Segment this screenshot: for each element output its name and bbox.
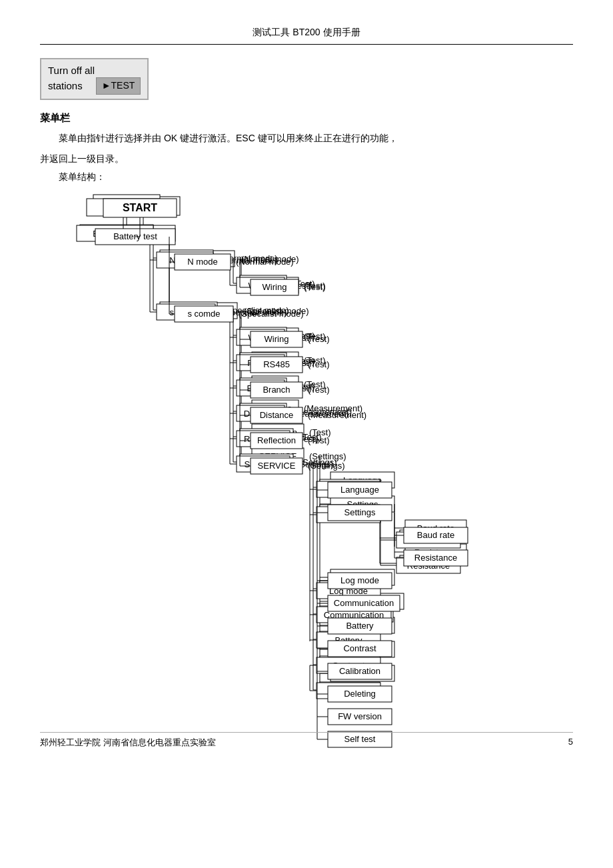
tree-diagram-svg: STARTBattery testN mode(Normal mode)s co… (93, 195, 520, 767)
svg-text:(Normal mode): (Normal mode) (236, 257, 294, 267)
svg-text:(Test): (Test) (308, 359, 330, 369)
svg-text:Communication: Communication (334, 598, 394, 608)
page-footer: 郑州轻工业学院 河南省信息化电器重点实验室 5 (40, 732, 573, 749)
page: 测试工具 BT200 使用手册 Turn off all stations ►T… (0, 0, 613, 769)
svg-text:(Test): (Test) (308, 435, 330, 445)
svg-text:(Settings): (Settings) (308, 461, 345, 471)
screen-mockup: Turn off all stations ►TEST (40, 58, 149, 100)
svg-text:Distance: Distance (260, 410, 294, 420)
screen-line2: stations (48, 79, 83, 93)
svg-text:(Measurement): (Measurement) (308, 410, 366, 420)
svg-text:N mode: N mode (187, 257, 218, 267)
screen-line1: Turn off all (48, 63, 141, 77)
svg-text:Settings: Settings (344, 507, 376, 517)
svg-text:Branch: Branch (263, 385, 290, 395)
footer-right: 5 (568, 737, 573, 749)
footer-left: 郑州轻工业学院 河南省信息化电器重点实验室 (40, 737, 216, 749)
intro-text-1: 菜单由指针进行选择并由 OK 键进行激活。ESC 键可以用来终止正在进行的功能， (40, 130, 573, 147)
svg-text:s comde: s comde (187, 309, 220, 319)
svg-text:RS485: RS485 (263, 359, 290, 369)
tree-absolute: STARTBattery testN mode(Normal mode)s co… (93, 195, 520, 742)
svg-text:(Specalist mode): (Specalist mode) (239, 309, 304, 319)
svg-text:Battery: Battery (346, 621, 374, 631)
svg-text:Resistance: Resistance (414, 553, 457, 563)
svg-text:Contrast: Contrast (343, 643, 376, 653)
svg-text:START: START (123, 202, 157, 213)
svg-text:Wiring: Wiring (265, 334, 289, 344)
test-button[interactable]: ►TEST (96, 77, 141, 95)
svg-text:Deleting: Deleting (344, 689, 376, 699)
svg-text:Log mode: Log mode (340, 575, 379, 585)
svg-text:FW version: FW version (338, 711, 382, 721)
header-title: 测试工具 BT200 使用手册 (253, 27, 360, 37)
page-header: 测试工具 BT200 使用手册 (40, 27, 573, 45)
svg-text:(Test): (Test) (308, 385, 330, 395)
structure-label: 菜单结构： (40, 171, 573, 183)
section-title: 菜单栏 (40, 112, 573, 125)
svg-text:(Test): (Test) (308, 334, 330, 344)
svg-text:(Test): (Test) (304, 282, 326, 292)
svg-text:Calibration: Calibration (339, 666, 380, 676)
svg-text:Wiring: Wiring (263, 282, 287, 292)
svg-text:Baud rate: Baud rate (417, 530, 454, 540)
intro-text-2: 并返回上一级目录。 (40, 151, 573, 167)
svg-text:SERVICE: SERVICE (258, 461, 296, 471)
svg-text:Language: Language (340, 485, 379, 495)
svg-text:Reflection: Reflection (257, 435, 296, 445)
